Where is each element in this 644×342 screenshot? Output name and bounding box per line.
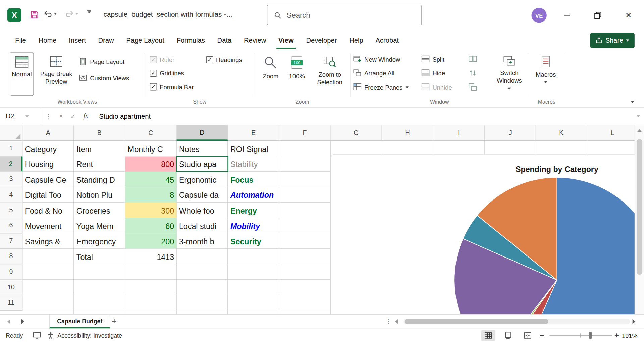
sheet-tab-capsule-budget[interactable]: Capsule Budget — [49, 315, 110, 329]
quick-access-toolbar-chevron[interactable] — [87, 10, 91, 13]
row-header-8[interactable]: 8 — [0, 249, 22, 264]
add-sheet-button[interactable]: + — [112, 316, 117, 326]
row-header-11[interactable]: 11 — [0, 295, 22, 310]
cell-C5[interactable]: 300 — [125, 203, 176, 218]
ribbon-tab-page-layout[interactable]: Page Layout — [120, 31, 170, 50]
share-button[interactable]: Share — [590, 33, 635, 48]
row-header-9[interactable]: 9 — [0, 264, 22, 280]
cell-A1[interactable]: Category — [22, 141, 74, 156]
ribbon-tab-home[interactable]: Home — [32, 31, 63, 50]
sheet-nav-left-icon[interactable] — [7, 319, 10, 324]
spending-chart[interactable]: Spending by Category — [331, 154, 635, 314]
cell-E7[interactable]: Security — [228, 233, 279, 249]
save-button[interactable] — [30, 10, 39, 19]
headings-checkbox[interactable]: ✓ Headings — [206, 55, 242, 64]
row-header-1[interactable]: 1 — [0, 141, 22, 156]
cell-E6[interactable]: Mobility — [228, 218, 279, 233]
row-header-3[interactable]: 3 — [0, 172, 22, 187]
freeze-panes-button[interactable]: Freeze Panes — [353, 82, 409, 93]
cell-B7[interactable]: Emergency — [74, 233, 125, 249]
accessibility-icon[interactable] — [47, 329, 54, 342]
cell-A6[interactable]: Movement — [22, 218, 74, 233]
column-header-I[interactable]: I — [433, 125, 485, 141]
hscroll-left-arrow-icon[interactable] — [395, 319, 398, 324]
cell-A4[interactable]: Digital Too — [22, 187, 74, 203]
ribbon-tab-acrobat[interactable]: Acrobat — [369, 31, 405, 50]
scroll-up-arrow-icon[interactable] — [637, 129, 642, 132]
cell-B4[interactable]: Notion Plu — [74, 187, 125, 203]
vertical-scrollbar[interactable] — [635, 125, 644, 314]
close-button[interactable]: × — [619, 5, 638, 25]
ruler-checkbox[interactable]: ✓ Ruler — [150, 55, 174, 64]
arrange-all-button[interactable]: Arrange All — [353, 68, 394, 78]
cell-B8[interactable]: Total — [74, 249, 125, 264]
accessibility-status[interactable]: Accessibility: Investigate — [57, 329, 122, 342]
sheet-nav-right-icon[interactable] — [21, 319, 24, 324]
macros-button[interactable]: Macros — [531, 52, 560, 96]
row-header-5[interactable]: 5 — [0, 203, 22, 218]
cell-C4[interactable]: 8 — [125, 187, 176, 203]
custom-views-button[interactable]: Custom Views — [79, 73, 129, 83]
formula-bar-checkbox[interactable]: ✓ Formula Bar — [150, 82, 194, 92]
zoom-to-selection-button[interactable]: Zoom to Selection — [311, 52, 349, 96]
cell-E2[interactable]: Stability — [228, 156, 279, 172]
undo-button[interactable] — [44, 10, 57, 17]
cell-B1[interactable]: Item — [74, 141, 125, 156]
page-break-preview-button[interactable]: Page Break Preview — [35, 52, 77, 96]
row-header-2[interactable]: 2 — [0, 156, 22, 172]
pie-svg[interactable] — [331, 154, 635, 314]
cell-C8[interactable]: 1413 — [125, 249, 176, 264]
cell-B6[interactable]: Yoga Mem — [74, 218, 125, 233]
zoom-button[interactable]: Zoom — [258, 52, 283, 96]
vertical-scrollbar-thumb[interactable] — [637, 139, 642, 275]
ribbon-tab-developer[interactable]: Developer — [300, 31, 343, 50]
normal-view-button[interactable]: Normal — [10, 52, 34, 96]
ribbon-tab-insert[interactable]: Insert — [63, 31, 92, 50]
formula-bar-value[interactable]: Studio apartment — [99, 112, 151, 120]
column-header-A[interactable]: A — [22, 125, 74, 141]
zoom-100-button[interactable]: 100 100% — [285, 52, 309, 96]
gridlines-checkbox[interactable]: ✓ Gridlines — [150, 68, 184, 78]
split-button[interactable]: Split — [421, 54, 444, 64]
restore-button[interactable] — [588, 5, 607, 25]
name-box[interactable]: D2 — [0, 108, 41, 125]
column-header-G[interactable]: G — [331, 125, 382, 141]
column-header-D[interactable]: D — [177, 125, 228, 141]
ribbon-tab-view[interactable]: View — [272, 31, 300, 50]
cell-C3[interactable]: 45 — [125, 172, 176, 187]
cell-E3[interactable]: Focus — [228, 172, 279, 187]
cell-C2[interactable]: 800 — [125, 156, 176, 172]
row-header-4[interactable]: 4 — [0, 187, 22, 203]
cell-C1[interactable]: Monthly C — [125, 141, 176, 156]
zoom-level[interactable]: 191% — [622, 329, 638, 342]
column-header-L[interactable]: L — [587, 125, 635, 141]
excel-app-icon[interactable]: X — [7, 8, 21, 22]
zoom-in-button[interactable]: + — [614, 329, 619, 342]
ribbon-tab-formulas[interactable]: Formulas — [170, 31, 211, 50]
redo-button[interactable] — [65, 10, 78, 17]
column-header-B[interactable]: B — [74, 125, 125, 141]
column-header-E[interactable]: E — [228, 125, 279, 141]
zoom-slider-thumb[interactable] — [589, 332, 592, 339]
formula-enter-icon[interactable]: ✓ — [70, 112, 76, 120]
ribbon-tab-draw[interactable]: Draw — [92, 31, 120, 50]
select-all-corner[interactable] — [0, 125, 22, 141]
cell-B2[interactable]: Rent — [74, 156, 125, 172]
formula-bar-expand-chevron-icon[interactable] — [637, 115, 640, 117]
insert-function-icon[interactable]: fx — [83, 112, 88, 120]
view-shortcut-page-break-icon[interactable] — [521, 330, 535, 341]
cell-E1[interactable]: ROI Signal — [228, 141, 279, 156]
row-header-6[interactable]: 6 — [0, 218, 22, 233]
column-header-F[interactable]: F — [279, 125, 331, 141]
new-window-button[interactable]: New Window — [353, 54, 400, 64]
cell-B5[interactable]: Groceries — [74, 203, 125, 218]
formula-bar-dots-icon[interactable]: ⋮ — [45, 112, 52, 120]
horizontal-scrollbar[interactable] — [403, 319, 630, 324]
cell-A7[interactable]: Savings & — [22, 233, 74, 249]
column-header-J[interactable]: J — [485, 125, 536, 141]
minimize-button[interactable] — [557, 5, 576, 25]
page-layout-button[interactable]: Page Layout — [79, 56, 124, 67]
cell-D7[interactable]: 3-month b — [177, 233, 228, 249]
cell-D6[interactable]: Local studi — [177, 218, 228, 233]
cell-C7[interactable]: 200 — [125, 233, 176, 249]
